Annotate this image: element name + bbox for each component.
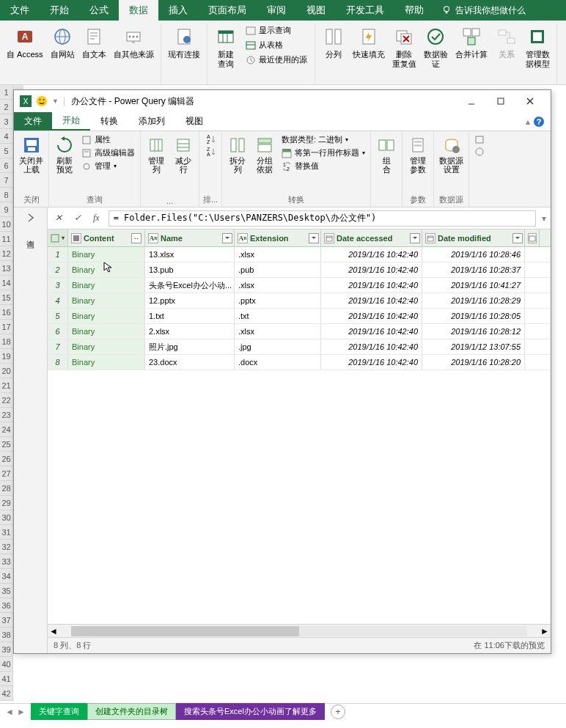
table-row[interactable]: 8Binary23.docx.docx2019/1/16 10:42:40201… [48, 355, 551, 370]
pq-tab-home[interactable]: 开始 [52, 112, 90, 130]
row-number[interactable]: 8 [48, 355, 68, 369]
table-cell[interactable]: Binary [68, 293, 145, 308]
row-header[interactable]: 20 [0, 364, 13, 378]
first-row-headers-button[interactable]: 将第一行用作标题 ▾ [279, 147, 367, 159]
manage-button[interactable]: 管理 ▾ [79, 160, 137, 172]
scroll-thumb[interactable] [71, 626, 299, 636]
row-number[interactable]: 5 [48, 309, 68, 323]
column-header-date-modified[interactable]: Date modified [422, 229, 525, 246]
table-cell[interactable]: .pptx [235, 293, 321, 308]
table-cell[interactable]: .pub [235, 262, 321, 277]
table-cell[interactable]: 2019/1/16 10:42:40 [321, 339, 422, 354]
replace-values-button[interactable]: 12替换值 [279, 160, 367, 172]
data-source-settings-button[interactable]: 数据源 设置 [437, 133, 466, 193]
row-header[interactable]: 37 [0, 613, 13, 628]
row-header[interactable]: 17 [0, 320, 13, 334]
table-cell[interactable]: .xlsx [235, 278, 321, 293]
row-header[interactable]: 25 [0, 437, 13, 452]
sheet-nav-next[interactable]: ► [16, 707, 26, 717]
row-header[interactable]: 23 [0, 408, 13, 422]
table-cell[interactable]: 2019/1/16 10:42:40 [321, 309, 422, 323]
row-header[interactable]: 8 [0, 188, 13, 202]
from-access-button[interactable]: A自 Access [4, 23, 45, 61]
table-cell[interactable]: Binary [68, 324, 145, 339]
table-cell[interactable]: 12.pptx [145, 293, 235, 308]
from-other-button[interactable]: 自其他来源 [111, 23, 156, 61]
tab-help[interactable]: 帮助 [394, 0, 434, 21]
row-header[interactable]: 35 [0, 584, 13, 598]
data-validation-button[interactable]: 数据验 证 [422, 23, 450, 70]
table-cell[interactable]: 13.xlsx [145, 247, 235, 262]
table-cell[interactable]: 2019/1/16 10:42:40 [321, 355, 422, 369]
row-header[interactable]: 4 [0, 129, 13, 144]
table-cell[interactable]: Binary [68, 278, 145, 293]
tab-view[interactable]: 视图 [296, 0, 336, 21]
reduce-rows-button[interactable]: 减少 行 [171, 133, 196, 195]
row-header[interactable]: 10 [0, 217, 13, 232]
row-header[interactable]: 42 [0, 686, 13, 701]
new-query-button[interactable]: 新建 查询 [212, 23, 240, 70]
pq-tab-add-column[interactable]: 添加列 [128, 112, 175, 130]
table-cell[interactable]: 2.xlsx [145, 324, 235, 339]
table-row[interactable]: 7Binary照片.jpg.jpg2019/1/16 10:42:402019/… [48, 339, 551, 355]
horizontal-scrollbar[interactable]: ◄ ► [48, 624, 551, 637]
row-header[interactable]: 3 [0, 114, 13, 129]
row-number[interactable]: 2 [48, 262, 68, 277]
sheet-nav-prev[interactable]: ◄ [4, 707, 15, 717]
column-header-extension[interactable]: ABExtension [235, 229, 321, 246]
table-cell[interactable]: 2019/1/16 10:28:37 [422, 262, 525, 277]
row-number[interactable]: 4 [48, 293, 68, 308]
table-cell[interactable]: 2019/1/16 10:42:40 [321, 262, 422, 277]
table-cell[interactable]: .xlsx [235, 324, 321, 339]
column-header-content[interactable]: Content↔ [68, 229, 145, 246]
expand-queries-icon[interactable] [25, 212, 37, 224]
row-header[interactable]: 1 [0, 85, 13, 100]
table-cell[interactable]: 23.docx [145, 355, 235, 369]
from-table-button[interactable]: 从表格 [243, 38, 310, 52]
table-cell[interactable]: Binary [68, 262, 145, 277]
show-queries-button[interactable]: 显示查询 [243, 23, 310, 37]
sheet-tab[interactable]: 创建文件夹的目录树 [87, 703, 176, 720]
filter-button[interactable] [410, 233, 420, 243]
table-cell[interactable]: 2019/1/12 13:07:55 [422, 339, 525, 354]
sheet-tab[interactable]: 搜索头条号Excel办公小动画了解更多 [176, 703, 325, 720]
cancel-formula-button[interactable]: ✕ [52, 213, 65, 224]
fx-button[interactable]: fx [90, 213, 103, 224]
table-cell[interactable]: .xlsx [235, 247, 321, 262]
row-header[interactable]: 14 [0, 276, 13, 290]
table-row[interactable]: 3Binary头条号Excel办公小动....xlsx2019/1/16 10:… [48, 278, 551, 293]
row-header[interactable]: 28 [0, 481, 13, 496]
remove-duplicates-button[interactable]: 删除 重复值 [390, 23, 419, 70]
row-header[interactable]: 29 [0, 496, 13, 510]
row-header[interactable]: 33 [0, 554, 13, 569]
table-cell[interactable]: 2019/1/16 10:28:05 [422, 309, 525, 323]
row-header[interactable]: 15 [0, 290, 13, 305]
filter-button[interactable] [512, 233, 523, 243]
sheet-tab[interactable]: 关键字查询 [31, 703, 87, 720]
tab-layout[interactable]: 页面布局 [198, 0, 257, 21]
row-header[interactable]: 5 [0, 144, 13, 158]
manage-parameters-button[interactable]: 管理 参数 [405, 133, 430, 193]
smiley-icon[interactable] [36, 95, 48, 107]
text-to-columns-button[interactable]: 分列 [320, 23, 348, 61]
tab-dev[interactable]: 开发工具 [336, 0, 394, 21]
row-number[interactable]: 1 [48, 247, 68, 262]
row-header[interactable]: 32 [0, 540, 13, 554]
tab-data[interactable]: 数据 [119, 0, 158, 21]
row-header[interactable]: 22 [0, 393, 13, 408]
close-button[interactable] [515, 91, 545, 111]
filter-button[interactable] [309, 233, 319, 243]
row-header[interactable]: 9 [0, 202, 13, 217]
table-cell[interactable]: 2019/1/16 10:41:27 [422, 278, 525, 293]
table-cell[interactable]: 2019/1/16 10:28:46 [422, 247, 525, 262]
help-icon[interactable]: ? [533, 116, 545, 128]
row-header[interactable]: 31 [0, 525, 13, 540]
expand-column-button[interactable]: ↔ [131, 233, 142, 243]
table-cell[interactable]: 照片.jpg [145, 339, 235, 354]
collapse-ribbon-button[interactable]: ▴ [526, 117, 530, 127]
table-cell[interactable]: .jpg [235, 339, 321, 354]
from-text-button[interactable]: 自文本 [80, 23, 109, 61]
group-by-button[interactable]: 分组 依据 [252, 133, 277, 193]
table-cell[interactable]: Binary [68, 309, 145, 323]
recent-source-button[interactable] [472, 146, 487, 158]
